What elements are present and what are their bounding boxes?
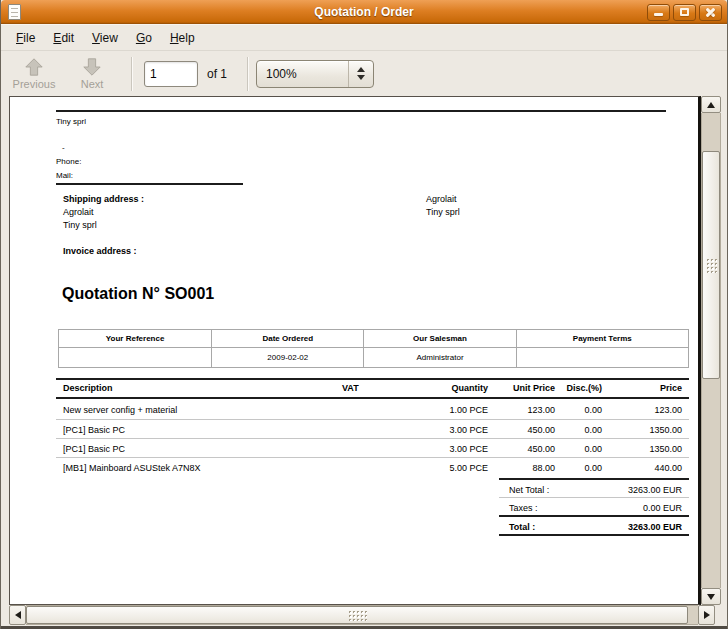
header-underline [56, 183, 243, 185]
lines-header-rule [56, 397, 689, 399]
table-row: [PC1] Basic PC 3.00 PCE 450.00 0.00 1350… [56, 420, 689, 439]
mail-label: Mail: [56, 171, 73, 180]
maximize-button[interactable] [673, 4, 696, 21]
taxes-label: Taxes : [509, 503, 538, 513]
window-controls [647, 4, 722, 21]
info-our-salesman: Administrator [363, 348, 515, 367]
grip-dots-icon [706, 258, 717, 273]
document-page: Tiny sprl - Phone: Mail: Shipping addres… [10, 97, 698, 604]
table-row: [PC1] Basic PC 3.00 PCE 450.00 0.00 1350… [56, 439, 689, 458]
cell-unit-price: 88.00 [532, 463, 555, 473]
contact-address-line: Agrolait [426, 194, 457, 204]
totals-rule [499, 515, 689, 517]
horizontal-scrollbar-track[interactable] [26, 605, 698, 625]
total-value: 3263.00 EUR [628, 522, 682, 532]
table-row: New server config + material 1.00 PCE 12… [56, 400, 689, 419]
document-viewport: Tiny sprl - Phone: Mail: Shipping addres… [9, 96, 701, 605]
titlebar[interactable]: Quotation / Order [1, 0, 727, 24]
col-description: Description [63, 383, 113, 393]
invoice-address-label: Invoice address : [63, 246, 137, 256]
page-count-label: of 1 [207, 67, 227, 81]
order-info-table: Your Reference Date Ordered Our Salesman… [58, 329, 689, 368]
totals-bottom-rule [499, 534, 689, 536]
horizontal-scrollbar [9, 605, 715, 625]
horizontal-scrollbar-thumb[interactable] [26, 606, 688, 624]
scroll-right-icon [704, 611, 710, 619]
col-vat: VAT [342, 383, 359, 393]
horizontal-scrollbar-row [1, 605, 727, 625]
info-header-our-salesman: Our Salesman [363, 330, 515, 347]
main-area: Tiny sprl - Phone: Mail: Shipping addres… [1, 96, 727, 605]
cell-description: New server config + material [63, 405, 177, 415]
cell-quantity: 5.00 PCE [449, 463, 488, 473]
cell-quantity: 3.00 PCE [449, 425, 488, 435]
next-label: Next [81, 78, 104, 90]
scroll-down-button[interactable] [701, 588, 721, 605]
spinner-up-down-icon[interactable] [348, 61, 373, 87]
scroll-down-icon [707, 594, 715, 600]
cell-unit-price: 123.00 [527, 405, 555, 415]
scroll-left-button[interactable] [9, 605, 26, 625]
scroll-right-button[interactable] [698, 605, 715, 625]
cell-price: 123.00 [654, 405, 682, 415]
cell-unit-price: 450.00 [527, 444, 555, 454]
info-date-ordered: 2009-02-02 [211, 348, 363, 367]
zoom-level-combobox[interactable]: 100% [256, 60, 374, 88]
info-header-payment-terms: Payment Terms [516, 330, 688, 347]
col-unit-price: Unit Price [513, 383, 555, 393]
cell-price: 1350.00 [649, 444, 682, 454]
window-bottom-edge [1, 625, 727, 629]
vertical-scrollbar [701, 96, 721, 605]
totals-top-rule [499, 478, 689, 480]
minimize-icon [654, 13, 663, 16]
col-price: Price [660, 383, 682, 393]
cell-discount: 0.00 [584, 425, 602, 435]
vertical-scrollbar-track[interactable] [701, 113, 721, 588]
cell-description: [PC1] Basic PC [63, 425, 125, 435]
net-total-row: Net Total : 3263.00 EUR [499, 482, 689, 497]
previous-label: Previous [13, 78, 56, 90]
net-total-value: 3263.00 EUR [628, 485, 682, 495]
previous-page-button[interactable]: Previous [5, 53, 63, 95]
cell-discount: 0.00 [584, 444, 602, 454]
cell-description: [MB1] Mainboard ASUStek A7N8X [63, 463, 201, 473]
close-button[interactable] [699, 4, 722, 21]
toolbar: Previous Next of 1 100% [1, 50, 727, 96]
menu-file[interactable]: File [7, 27, 44, 49]
totals-separator [499, 497, 689, 498]
net-total-label: Net Total : [509, 485, 549, 495]
shipping-address-label: Shipping address : [63, 194, 144, 204]
cell-price: 440.00 [654, 463, 682, 473]
cell-discount: 0.00 [584, 405, 602, 415]
info-payment-terms [516, 348, 688, 367]
toolbar-separator [131, 57, 132, 91]
contact-address-line: Tiny sprl [426, 207, 460, 217]
menubar: File Edit View Go Help [1, 24, 727, 50]
taxes-value: 0.00 EUR [643, 503, 682, 513]
cell-quantity: 3.00 PCE [449, 444, 488, 454]
vertical-scrollbar-thumb[interactable] [702, 151, 720, 379]
info-header-your-reference: Your Reference [59, 330, 211, 347]
menu-go[interactable]: Go [127, 27, 161, 49]
grip-dots-icon [348, 610, 367, 621]
total-row: Total : 3263.00 EUR [499, 519, 689, 534]
menu-view[interactable]: View [83, 27, 127, 49]
address-dash: - [62, 143, 65, 152]
header-rule [56, 110, 666, 112]
next-page-button[interactable]: Next [63, 53, 121, 95]
arrow-up-icon [23, 57, 45, 77]
company-name: Tiny sprl [56, 117, 86, 126]
page-number-input[interactable] [144, 61, 198, 87]
cell-discount: 0.00 [584, 463, 602, 473]
shipping-address-line: Agrolait [63, 207, 94, 217]
menu-help[interactable]: Help [161, 27, 204, 49]
info-your-reference [59, 348, 211, 367]
lines-table-top-rule [56, 378, 689, 380]
table-row: [MB1] Mainboard ASUStek A7N8X 5.00 PCE 8… [56, 458, 689, 477]
shipping-address-line: Tiny sprl [63, 220, 97, 230]
scroll-up-button[interactable] [701, 96, 721, 113]
menu-edit[interactable]: Edit [44, 27, 83, 49]
col-quantity: Quantity [451, 383, 488, 393]
quotation-title: Quotation N° SO001 [62, 285, 214, 303]
minimize-button[interactable] [647, 4, 670, 21]
